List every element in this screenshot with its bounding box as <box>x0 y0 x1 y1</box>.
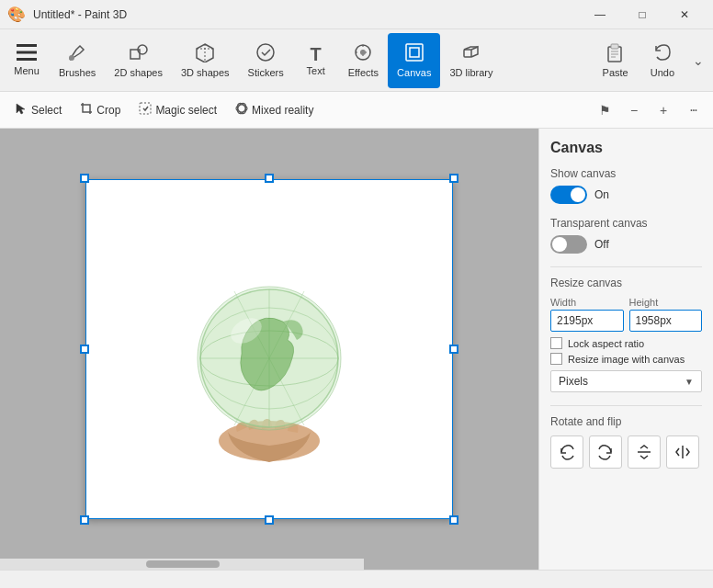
handle-middle-right[interactable] <box>449 345 458 354</box>
maximize-button[interactable]: □ <box>621 0 663 29</box>
main-layout: Canvas Show canvas On Transparent canvas… <box>0 129 713 570</box>
show-canvas-text: On <box>594 188 609 201</box>
3d-shapes-label: 3D shapes <box>181 67 230 78</box>
rotate-left-button[interactable] <box>550 435 583 469</box>
paste-label: Paste <box>603 67 628 78</box>
height-input[interactable] <box>629 310 703 332</box>
select-label: Select <box>31 104 62 117</box>
width-input[interactable] <box>550 310 624 332</box>
text-icon: T <box>311 45 322 63</box>
overflow-button[interactable]: ··· <box>680 97 706 123</box>
toolbar-item-effects[interactable]: Effects <box>339 33 388 88</box>
rotate-flip-label: Rotate and flip <box>550 415 702 428</box>
svg-rect-2 <box>17 58 37 61</box>
lock-aspect-checkbox[interactable] <box>550 337 562 349</box>
handle-top-left[interactable] <box>80 174 89 183</box>
zoom-out-button[interactable]: − <box>621 97 647 123</box>
flip-horizontal-button[interactable] <box>666 435 699 469</box>
crop-tool[interactable]: Crop <box>73 98 128 121</box>
resize-image-label: Resize image with canvas <box>568 354 685 365</box>
transparent-canvas-toggle-row: Off <box>550 235 702 254</box>
scrollbar-thumb <box>146 560 220 568</box>
paste-icon <box>606 42 625 65</box>
effects-label: Effects <box>348 67 379 78</box>
width-col: Width <box>550 297 624 332</box>
title-bar-controls: — □ ✕ <box>579 0 706 29</box>
app-title: Untitled* - Paint 3D <box>33 8 127 21</box>
crop-icon <box>80 102 93 118</box>
canvas-container <box>76 170 462 528</box>
select-icon <box>15 102 28 118</box>
resize-canvas-section: Resize canvas Width Height Lock aspect r… <box>550 277 702 392</box>
3d-library-icon <box>461 42 481 65</box>
svg-point-17 <box>236 102 248 115</box>
toolbar-item-canvas[interactable]: Canvas <box>388 33 440 88</box>
svg-point-8 <box>360 50 366 55</box>
show-canvas-toggle[interactable] <box>550 186 587 204</box>
svg-point-6 <box>257 44 274 61</box>
2d-shapes-icon <box>129 42 149 65</box>
close-button[interactable]: ✕ <box>663 0 706 29</box>
toolbar-item-undo[interactable]: Undo <box>641 33 684 88</box>
3d-shapes-icon <box>195 42 215 65</box>
show-canvas-label: Show canvas <box>550 167 702 180</box>
toolbar-item-brushes[interactable]: Brushes <box>50 33 105 88</box>
canvas-icon <box>404 42 424 65</box>
toolbar-item-text[interactable]: T Text <box>293 33 339 88</box>
magic-select-tool[interactable]: Magic select <box>131 98 224 121</box>
toolbar-item-stickers[interactable]: Stickers <box>239 33 293 88</box>
mixed-reality-label: Mixed reality <box>252 104 313 117</box>
stickers-icon <box>255 42 276 65</box>
menu-icon <box>17 44 37 63</box>
toolbar-item-2d-shapes[interactable]: 2D shapes <box>105 33 172 88</box>
toolbar-item-3d-shapes[interactable]: 3D shapes <box>172 33 239 88</box>
secondary-toolbar-right: ⚑ − + ··· <box>592 97 706 123</box>
resize-canvas-label: Resize canvas <box>550 277 702 289</box>
toolbar-item-more[interactable]: ⌄ <box>687 33 709 88</box>
toolbar-item-paste[interactable]: Paste <box>594 33 638 88</box>
svg-rect-13 <box>611 44 618 49</box>
toolbar-item-menu[interactable]: Menu <box>4 33 50 88</box>
handle-bottom-left[interactable] <box>80 515 89 525</box>
svg-rect-9 <box>406 44 423 61</box>
menu-label: Menu <box>14 65 40 76</box>
zoom-in-button[interactable]: + <box>651 97 676 123</box>
toolbar-item-3d-library[interactable]: 3D library <box>440 33 502 88</box>
handle-top-middle[interactable] <box>265 174 274 183</box>
minimize-button[interactable]: — <box>579 0 621 29</box>
stickers-label: Stickers <box>248 67 284 78</box>
main-toolbar: Menu Brushes 2D shapes 3D shapes Sticker… <box>0 29 713 92</box>
handle-middle-left[interactable] <box>80 345 89 354</box>
mixed-reality-tool[interactable]: Mixed reality <box>228 98 321 121</box>
text-label: Text <box>307 65 325 76</box>
handle-bottom-middle[interactable] <box>265 515 274 525</box>
globe-image <box>177 262 361 464</box>
height-label: Height <box>629 297 703 308</box>
crop-label: Crop <box>96 104 120 117</box>
select-tool[interactable]: Select <box>7 98 69 121</box>
width-label: Width <box>550 297 624 308</box>
more-icon: ⌄ <box>693 53 704 68</box>
show-canvas-section: Show canvas On <box>550 167 702 204</box>
transparent-canvas-toggle[interactable] <box>550 235 587 254</box>
unit-dropdown[interactable]: Pixels ▼ <box>550 370 702 392</box>
panel-title: Canvas <box>550 140 702 156</box>
show-canvas-toggle-row: On <box>550 186 702 204</box>
resize-image-checkbox[interactable] <box>550 353 562 365</box>
canvas-area <box>0 129 538 570</box>
2d-shapes-label: 2D shapes <box>114 67 163 78</box>
flag-button[interactable]: ⚑ <box>592 97 617 123</box>
undo-icon <box>652 42 673 65</box>
height-col: Height <box>629 297 703 332</box>
undo-label: Undo <box>651 67 674 78</box>
rotate-right-button[interactable] <box>589 435 622 469</box>
magic-select-icon <box>139 102 152 118</box>
dropdown-arrow-icon: ▼ <box>685 377 694 387</box>
handle-bottom-right[interactable] <box>449 515 458 525</box>
handle-top-right[interactable] <box>449 174 458 183</box>
flip-vertical-button[interactable] <box>628 435 661 469</box>
unit-label: Pixels <box>559 375 588 388</box>
canvas-scrollbar[interactable] <box>0 559 364 570</box>
transparent-canvas-label: Transparent canvas <box>550 217 702 230</box>
magic-select-label: Magic select <box>155 104 217 117</box>
